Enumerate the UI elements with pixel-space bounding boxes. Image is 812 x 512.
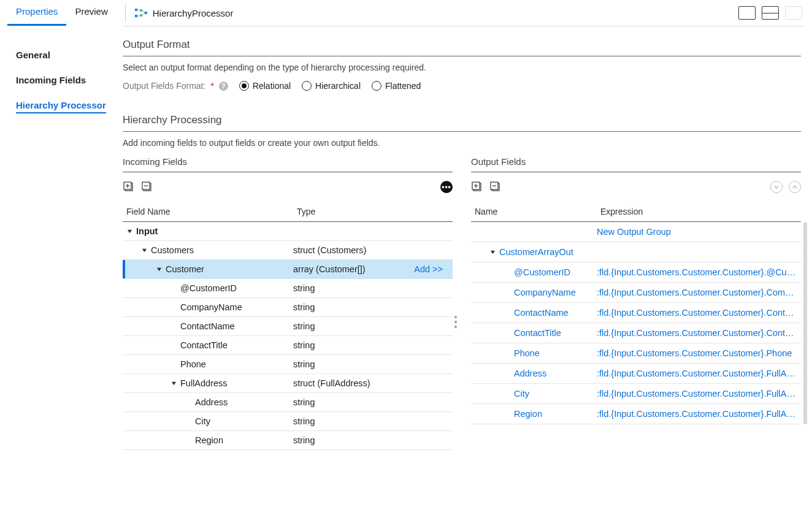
output-row[interactable]: @CustomerID:fld.{Input.Customers.Custome…	[471, 262, 801, 283]
output-row[interactable]: Phone:fld.{Input.Customers.Customer.Cust…	[471, 343, 801, 364]
svg-rect-4	[145, 12, 147, 14]
caret-icon[interactable]	[170, 381, 177, 386]
radio-hierarchical[interactable]: Hierarchical	[302, 81, 361, 91]
output-row[interactable]: City:fld.{Input.Customers.Customer.Custo…	[471, 384, 801, 404]
incoming-row[interactable]: Addressstring	[123, 393, 453, 412]
help-icon[interactable]: ?	[219, 82, 228, 91]
panels: Incoming Fields ••• Field Name Type Inpu…	[123, 156, 801, 450]
field-name: City	[195, 416, 210, 426]
svg-point-3	[140, 14, 142, 17]
underline	[471, 172, 801, 172]
processor-name: HierarchyProcessor	[153, 8, 234, 18]
incoming-row[interactable]: ContactNamestring	[123, 317, 453, 336]
new-output-group-link[interactable]: New Output Group	[597, 227, 797, 237]
hierarchy-processing-desc: Add incoming fields to output fields or …	[123, 138, 801, 148]
col-header-field-name: Field Name	[126, 207, 297, 216]
layout-minimized-icon[interactable]	[785, 6, 802, 20]
caret-icon[interactable]	[156, 267, 162, 272]
incoming-row[interactable]: Phonestring	[123, 355, 453, 374]
more-actions-icon[interactable]: •••	[440, 181, 453, 193]
field-type: struct (Customers)	[293, 245, 449, 255]
collapse-circle-icon[interactable]	[789, 181, 801, 193]
incoming-row[interactable]: Customersstruct (Customers)	[123, 241, 453, 260]
underline	[123, 131, 801, 132]
caret-icon[interactable]	[141, 248, 147, 253]
output-expression[interactable]: :fld.{Input.Customers.Customer.Customer}…	[597, 409, 797, 419]
col-header-expression: Expression	[600, 207, 801, 216]
output-field-name[interactable]: Phone	[514, 348, 540, 358]
output-expression[interactable]: :fld.{Input.Customers.Customer.Customer}…	[597, 348, 797, 358]
caret-icon[interactable]	[126, 229, 132, 234]
panel-resize-handle[interactable]	[454, 316, 457, 328]
incoming-row[interactable]: ContactTitlestring	[123, 336, 453, 355]
top-tabs: Properties Preview	[7, 0, 117, 26]
field-type: string	[293, 283, 449, 293]
incoming-rows: InputCustomersstruct (Customers)Customer…	[123, 222, 453, 450]
output-row[interactable]: ContactName:fld.{Input.Customers.Custome…	[471, 303, 801, 323]
incoming-row[interactable]: Regionstring	[123, 431, 453, 450]
output-panel: Output Fields Name Expression	[471, 156, 801, 450]
incoming-row[interactable]: Citystring	[123, 412, 453, 431]
output-col-headers: Name Expression	[471, 202, 801, 222]
field-type: string	[293, 340, 449, 350]
output-row[interactable]: CustomerArrayOut	[471, 242, 801, 262]
output-field-name[interactable]: CompanyName	[514, 288, 576, 297]
incoming-row[interactable]: FullAddressstruct (FullAddress)	[123, 374, 453, 393]
expand-all-icon[interactable]	[123, 181, 135, 193]
output-row[interactable]: Region:fld.{Input.Customers.Customer.Cus…	[471, 404, 801, 424]
radio-relational[interactable]: Relational	[239, 81, 291, 91]
layout-switcher	[738, 6, 805, 20]
output-field-name[interactable]: Address	[514, 369, 546, 378]
incoming-col-headers: Field Name Type	[123, 202, 453, 222]
tab-preview[interactable]: Preview	[66, 0, 116, 26]
output-field-name[interactable]: ContactName	[514, 308, 569, 318]
field-name: @CustomerID	[180, 283, 237, 293]
expand-circle-icon[interactable]	[770, 181, 783, 193]
output-expression[interactable]: :fld.{Input.Customers.Customer.Customer}…	[597, 288, 797, 297]
field-name: FullAddress	[180, 378, 228, 388]
output-row[interactable]: CompanyName:fld.{Input.Customers.Custome…	[471, 283, 801, 303]
output-field-name[interactable]: CustomerArrayOut	[499, 247, 573, 257]
field-name: Region	[195, 435, 223, 445]
sidebar: General Incoming Fields Hierarchy Proces…	[0, 26, 123, 450]
tab-properties[interactable]: Properties	[7, 0, 66, 26]
incoming-toolbar: •••	[123, 181, 453, 193]
new-output-group-row[interactable]: New Output Group	[471, 222, 801, 242]
add-field-button[interactable]: Add >>	[414, 264, 449, 274]
field-name: Phone	[180, 359, 206, 369]
field-type: string	[293, 435, 449, 445]
layout-full-icon[interactable]	[738, 6, 756, 20]
output-field-name[interactable]: @CustomerID	[514, 267, 570, 277]
expand-all-icon[interactable]	[471, 181, 483, 193]
caret-icon[interactable]	[489, 250, 496, 255]
output-expression[interactable]: :fld.{Input.Customers.Customer.Customer}…	[597, 389, 797, 399]
field-name: Customers	[151, 245, 194, 255]
sidebar-item-hierarchy-processor[interactable]: Hierarchy Processor	[16, 93, 123, 118]
output-expression[interactable]: :fld.{Input.Customers.Customer.Customer}…	[597, 328, 797, 338]
output-expression[interactable]: :fld.{Input.Customers.Customer.Customer}…	[597, 369, 797, 378]
incoming-row[interactable]: @CustomerIDstring	[123, 279, 453, 298]
field-type: string	[293, 321, 449, 331]
sidebar-item-incoming-fields[interactable]: Incoming Fields	[16, 67, 123, 93]
field-type: string	[293, 359, 449, 369]
field-type: struct (FullAddress)	[293, 378, 449, 388]
incoming-row[interactable]: Input	[123, 222, 453, 241]
incoming-row[interactable]: CompanyNamestring	[123, 298, 453, 317]
incoming-row[interactable]: Customerarray (Customer[])Add >>	[123, 260, 453, 279]
output-panel-title: Output Fields	[471, 156, 801, 172]
output-field-name[interactable]: Region	[514, 409, 542, 419]
output-row[interactable]: ContactTitle:fld.{Input.Customers.Custom…	[471, 323, 801, 343]
field-type: array (Customer[])	[293, 264, 414, 274]
output-field-name[interactable]: City	[514, 389, 529, 399]
output-expression[interactable]: :fld.{Input.Customers.Customer.Customer}…	[597, 308, 797, 318]
output-row[interactable]: Address:fld.{Input.Customers.Customer.Cu…	[471, 364, 801, 384]
layout-split-icon[interactable]	[762, 6, 779, 20]
output-expression[interactable]: :fld.{Input.Customers.Customer.Customer}…	[597, 267, 797, 277]
svg-rect-0	[135, 9, 137, 11]
main-area: General Incoming Fields Hierarchy Proces…	[0, 26, 812, 450]
radio-flattened[interactable]: Flattened	[372, 81, 421, 91]
collapse-all-icon[interactable]	[489, 181, 502, 193]
sidebar-item-general[interactable]: General	[16, 42, 123, 67]
output-field-name[interactable]: ContactTitle	[514, 328, 561, 338]
collapse-all-icon[interactable]	[141, 181, 153, 193]
